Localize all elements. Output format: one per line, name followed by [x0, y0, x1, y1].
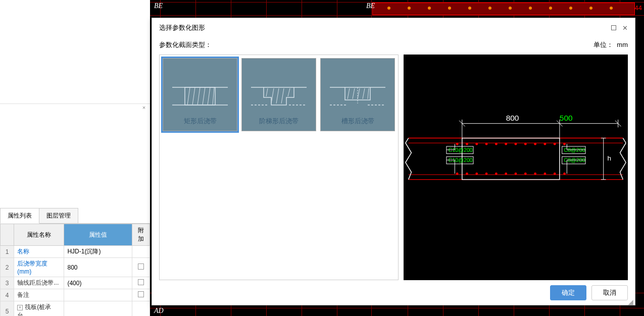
prop-value-cell[interactable]: 800	[64, 258, 132, 277]
prop-name-cell[interactable]: 后浇带宽度(mm)	[14, 258, 64, 277]
row-number: 1	[1, 246, 14, 258]
svg-point-43	[515, 173, 517, 175]
svg-point-31	[515, 143, 517, 145]
prop-value-cell[interactable]	[64, 301, 132, 317]
preview-svg: 800 500	[404, 55, 628, 280]
close-button[interactable]: ✕	[622, 24, 628, 32]
col-name[interactable]: 属性名称	[14, 224, 64, 246]
svg-text:800: 800	[506, 114, 519, 122]
svg-point-33	[534, 143, 536, 145]
row-number: 5	[1, 301, 14, 317]
dialog-titlebar[interactable]: 选择参数化图形 ✕	[152, 18, 635, 37]
groove-shape-icon	[327, 82, 388, 113]
shape-label-groove: 槽形后浇带	[341, 117, 374, 126]
cad-label-be2: BE	[366, 2, 375, 10]
table-row[interactable]: 3轴线距后浇带...(400)	[1, 277, 150, 289]
shape-preview[interactable]: 800 500	[404, 55, 628, 280]
prop-name-cell[interactable]: 名称	[14, 246, 64, 258]
dialog-footer: 确定 取消	[152, 280, 635, 305]
svg-point-40	[485, 173, 488, 175]
shape-selector-panel: 矩形后浇带 阶梯形后浇带	[159, 55, 399, 280]
step-shape-icon	[249, 82, 309, 113]
checkbox[interactable]	[138, 264, 144, 270]
svg-point-29	[495, 143, 498, 145]
svg-point-27	[475, 143, 478, 145]
tab-layers[interactable]: 图层管理	[39, 208, 78, 223]
svg-point-37	[456, 173, 459, 175]
svg-point-36	[563, 143, 566, 145]
svg-text:500: 500	[560, 114, 573, 122]
svg-point-35	[554, 143, 556, 145]
prop-add-cell[interactable]	[132, 258, 150, 277]
panel-close-icon[interactable]: ×	[140, 104, 148, 112]
col-value[interactable]: 属性值	[64, 224, 132, 246]
svg-point-30	[505, 143, 507, 145]
prop-add-cell[interactable]	[132, 246, 150, 258]
svg-point-41	[495, 173, 498, 175]
table-row[interactable]: 2后浇带宽度(mm)800	[1, 258, 150, 277]
checkbox[interactable]	[138, 291, 144, 297]
property-panel: × 属性列表 图层管理 属性名称 属性值 附加 1名称HJD-1(沉降)2后浇带…	[0, 0, 150, 316]
cad-label-ad: AD	[154, 307, 164, 315]
section-type-label: 参数化截面类型：	[159, 40, 212, 49]
shape-label-step: 阶梯形后浇带	[259, 117, 299, 126]
prop-name-cell[interactable]: 备注	[14, 289, 64, 301]
svg-point-28	[485, 143, 488, 145]
table-row[interactable]: 4备注	[1, 289, 150, 301]
unit-value: mm	[617, 41, 628, 48]
tab-properties[interactable]: 属性列表	[0, 208, 39, 224]
table-row[interactable]: 5+筏板(桩承台...	[1, 301, 150, 317]
svg-point-45	[534, 173, 536, 175]
unit-label: 单位：	[593, 41, 613, 48]
cad-num-top: 44	[635, 4, 642, 12]
shape-card-step[interactable]: 阶梯形后浇带	[241, 58, 316, 131]
prop-name-cell[interactable]: +筏板(桩承台...	[14, 301, 64, 317]
shape-label-rect: 矩形后浇带	[184, 117, 217, 126]
svg-point-42	[505, 173, 507, 175]
svg-point-38	[466, 173, 468, 175]
maximize-icon	[611, 25, 616, 30]
ok-button[interactable]: 确定	[550, 285, 586, 300]
row-number: 2	[1, 258, 14, 277]
panel-blank-header	[0, 0, 150, 104]
prop-value-cell[interactable]: HJD-1(沉降)	[64, 246, 132, 258]
prop-value-cell[interactable]	[64, 289, 132, 301]
prop-add-cell[interactable]	[132, 301, 150, 317]
svg-point-32	[524, 143, 527, 145]
dialog-title-text: 选择参数化图形	[159, 23, 205, 32]
cad-beam	[372, 3, 635, 15]
checkbox[interactable]	[138, 279, 144, 285]
panel-tabs: 属性列表 图层管理	[0, 208, 150, 224]
svg-text:h: h	[607, 154, 611, 162]
svg-point-47	[554, 173, 556, 175]
tree-toggle-icon[interactable]: +	[17, 305, 23, 310]
rect-shape-icon	[170, 82, 230, 113]
row-number: 3	[1, 277, 14, 289]
svg-point-46	[544, 173, 547, 175]
svg-point-26	[466, 143, 468, 145]
cancel-button[interactable]: 取消	[591, 285, 628, 300]
svg-point-34	[544, 143, 547, 145]
prop-value-cell[interactable]: (400)	[64, 277, 132, 289]
prop-add-cell[interactable]	[132, 289, 150, 301]
cad-label-be1: BE	[154, 2, 163, 10]
svg-point-48	[563, 173, 566, 175]
prop-add-cell[interactable]	[132, 277, 150, 289]
maximize-button[interactable]	[611, 24, 616, 32]
parametric-shape-dialog: 选择参数化图形 ✕ 参数化截面类型： 单位： mm 矩形后浇带	[152, 18, 635, 305]
col-rownum	[1, 224, 14, 246]
svg-point-25	[456, 143, 459, 145]
row-number: 4	[1, 289, 14, 301]
table-row[interactable]: 1名称HJD-1(沉降)	[1, 246, 150, 258]
prop-name-cell[interactable]: 轴线距后浇带...	[14, 277, 64, 289]
col-add[interactable]: 附加	[132, 224, 150, 246]
svg-point-44	[524, 173, 527, 175]
property-table: 属性名称 属性值 附加 1名称HJD-1(沉降)2后浇带宽度(mm)8003轴线…	[0, 224, 150, 316]
resize-grip-icon[interactable]: ◢	[628, 298, 634, 304]
shape-card-rect[interactable]: 矩形后浇带	[163, 58, 237, 131]
svg-point-39	[475, 173, 478, 175]
shape-card-groove[interactable]: 槽形后浇带	[320, 58, 395, 131]
